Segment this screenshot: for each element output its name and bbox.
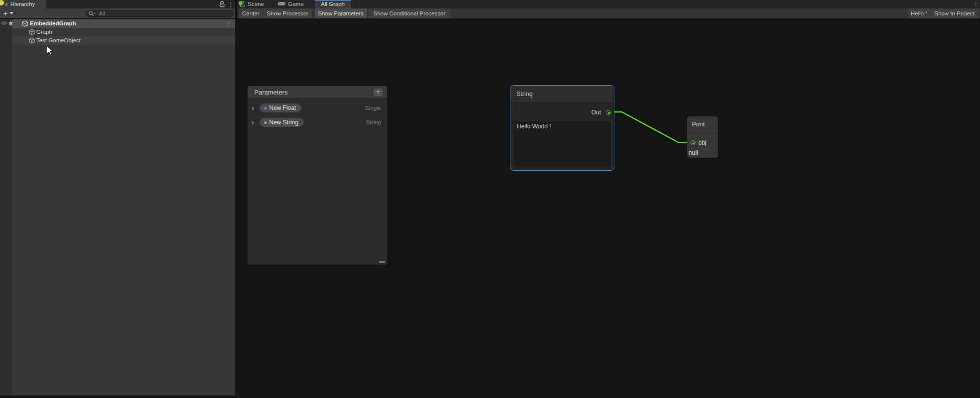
obj-port-label: obj [698, 139, 706, 146]
center-button[interactable]: Center [239, 8, 262, 18]
search-input[interactable]: All [86, 10, 234, 17]
game-icon [278, 1, 286, 7]
show-parameters-button[interactable]: Show Parameters [315, 8, 367, 18]
search-placeholder: All [99, 10, 105, 16]
window-menu-icon: ≡ [5, 1, 8, 7]
hierarchy-item-label: EmbeddedGraph [30, 19, 76, 28]
lock-icon[interactable] [219, 1, 225, 7]
float-type-dot-icon [264, 107, 267, 109]
hierarchy-tab-label: Hierarchy [10, 0, 35, 8]
notification-dot-icon [0, 0, 4, 5]
hierarchy-toolbar: + All [0, 8, 235, 18]
parameter-name: New Float [269, 103, 296, 112]
parameter-row-new-float[interactable]: › New Float Single [248, 102, 387, 113]
parameter-row-new-string[interactable]: › New String String [248, 117, 387, 128]
out-port-label: Out [591, 105, 601, 119]
expand-chevron-icon[interactable]: › [252, 117, 254, 127]
parameter-pill[interactable]: New Float [260, 103, 301, 112]
parameters-panel[interactable]: Parameters + › New Float Single › New St… [247, 86, 388, 265]
tab-label: Scene [248, 0, 264, 8]
show-in-project-button[interactable]: Show In Project [930, 8, 979, 18]
add-parameter-button[interactable]: + [374, 89, 383, 96]
hierarchy-tab-bar: ≡ Hierarchy ⋮ [0, 0, 235, 8]
parameter-type: Single [365, 102, 381, 113]
hierarchy-item-label: Graph [36, 28, 52, 36]
tab-label: All Graph [321, 1, 345, 7]
print-null-value: null [688, 149, 698, 156]
string-type-dot-icon [264, 121, 267, 124]
create-dropdown-caret-icon[interactable] [9, 12, 13, 14]
tab-scene[interactable]: Scene [238, 0, 273, 8]
scene-icon [238, 1, 246, 7]
gameobject-cube-icon [29, 29, 35, 35]
graph-menu-kebab-icon[interactable]: ⋮ [973, 1, 979, 7]
output-port-icon[interactable] [606, 110, 611, 115]
input-port-icon[interactable] [690, 140, 695, 145]
create-button[interactable]: + [2, 9, 9, 17]
node-title[interactable]: String [510, 86, 614, 103]
unity-editor-window: ≡ Hierarchy ⋮ + All [0, 0, 980, 398]
parameters-header: Parameters + [248, 86, 387, 99]
search-icon [89, 11, 98, 16]
hierarchy-menu-kebab-icon[interactable]: ⋮ [228, 1, 233, 7]
hierarchy-item-graph[interactable]: Graph [12, 28, 235, 36]
tab-label: Game [288, 0, 303, 8]
node-title[interactable]: Print [687, 116, 718, 133]
graph-tab-bar: Scene Game All Graph ⋮ [237, 0, 980, 8]
unity-logo-icon [22, 20, 28, 27]
hierarchy-panel: ≡ Hierarchy ⋮ + All [0, 0, 235, 396]
hierarchy-tree: EmbeddedGraph ⋮ Graph Test GameObject [0, 19, 235, 396]
node-string[interactable]: String Out Hello World ! [510, 85, 614, 171]
hello-button[interactable]: Hello ! [908, 8, 930, 18]
graph-toolbar: Center Show Processor Show Parameters Sh… [237, 8, 980, 18]
parameter-name: New String [269, 118, 298, 127]
foldout-arrow-icon[interactable] [9, 22, 13, 25]
hierarchy-item-embeddedgraph[interactable]: EmbeddedGraph ⋮ [12, 19, 235, 28]
item-kebab-icon[interactable]: ⋮ [225, 20, 231, 26]
parameter-pill[interactable]: New String [260, 118, 304, 127]
string-value-input[interactable]: Hello World ! [513, 120, 611, 168]
node-print[interactable]: Print obj null [687, 116, 718, 158]
gameobject-cube-icon [29, 37, 35, 44]
show-processor-button[interactable]: Show Processor [263, 8, 312, 18]
active-tab-stripe [315, 0, 351, 1]
resize-grip[interactable] [379, 261, 385, 263]
hierarchy-item-label: Test GameObject [36, 36, 81, 45]
parameters-title: Parameters [254, 86, 288, 99]
expand-chevron-icon[interactable]: › [252, 103, 254, 113]
tab-hierarchy[interactable]: ≡ Hierarchy [0, 0, 46, 8]
parameter-type: String [366, 117, 381, 128]
tab-game[interactable]: Game [278, 0, 308, 8]
tab-all-graph[interactable]: All Graph [315, 0, 351, 8]
hierarchy-item-test-gameobject[interactable]: Test GameObject [12, 36, 235, 45]
show-conditional-processor-button[interactable]: Show Conditional Processor [369, 8, 450, 18]
scene-visibility-eye-icon[interactable] [1, 21, 7, 25]
visibility-gutter [0, 19, 12, 396]
